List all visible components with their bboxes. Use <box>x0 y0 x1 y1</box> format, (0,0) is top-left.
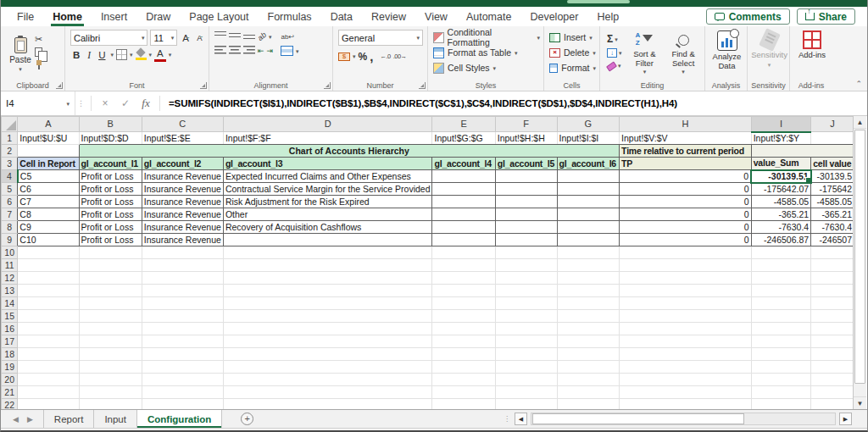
cell-C14[interactable] <box>142 297 223 310</box>
cell-D9[interactable] <box>223 234 432 246</box>
find-select-button[interactable]: Find & Select ▾ <box>665 30 701 80</box>
cell-G19[interactable] <box>557 361 620 374</box>
cell-J9[interactable]: -246507 <box>811 234 854 246</box>
font-dialog-launcher[interactable] <box>200 82 207 89</box>
decrease-decimal-icon[interactable]: .00→ <box>393 53 407 60</box>
cell-G5[interactable] <box>557 183 620 196</box>
name-box[interactable]: I4 ▾ <box>1 91 75 115</box>
cell-J22[interactable] <box>811 399 854 410</box>
font-name-select[interactable]: Calibri ▾ <box>70 30 147 46</box>
select-all-corner[interactable] <box>2 117 18 132</box>
column-header-A[interactable]: A <box>18 117 79 132</box>
cell-D10[interactable] <box>223 246 432 259</box>
cell-D13[interactable] <box>223 285 432 297</box>
cell-D20[interactable] <box>223 374 432 386</box>
cell-B17[interactable] <box>79 335 142 348</box>
cell-G14[interactable] <box>557 297 620 310</box>
cell-D11[interactable] <box>223 259 432 272</box>
cell-J8[interactable]: -7630.4 <box>811 221 854 234</box>
row-header-20[interactable]: 20 <box>2 374 18 386</box>
cell-C13[interactable] <box>142 285 223 297</box>
cell-G1[interactable]: Input!$I:$I <box>557 132 620 145</box>
insert-cells-button[interactable]: Insert ▾ <box>549 30 596 44</box>
cut-icon[interactable]: ✂ <box>35 35 61 44</box>
cell-A8[interactable]: C9 <box>18 221 79 234</box>
cell-F3[interactable]: gl_account_l5 <box>495 158 557 170</box>
cancel-entry-icon[interactable]: × <box>95 97 115 109</box>
horizontal-scrollbar[interactable] <box>531 413 836 425</box>
cell-I4[interactable]: -30139.51 <box>751 170 810 183</box>
cell-D14[interactable] <box>223 297 432 310</box>
alignment-dialog-launcher[interactable] <box>324 82 331 89</box>
cell-A11[interactable] <box>18 259 79 272</box>
cell-H18[interactable] <box>620 348 752 361</box>
cell-H3[interactable]: TP <box>620 158 752 170</box>
cell-B16[interactable] <box>79 323 142 335</box>
cell-H16[interactable] <box>620 323 752 335</box>
cell-E15[interactable] <box>432 310 495 323</box>
cell-I19[interactable] <box>751 361 810 374</box>
share-button[interactable]: Share <box>797 8 855 25</box>
tab-page-layout[interactable]: Page Layout <box>180 7 258 26</box>
tab-formulas[interactable]: Formulas <box>259 7 321 26</box>
cell-G9[interactable] <box>557 234 620 246</box>
paste-button[interactable]: Paste ▾ <box>6 30 35 79</box>
cell-I7[interactable]: -365.21 <box>751 208 810 221</box>
horizontal-scrollbar-thumb[interactable] <box>532 413 744 424</box>
cell-A16[interactable] <box>18 323 79 335</box>
cell-H9[interactable]: 0 <box>620 234 752 246</box>
row-header-6[interactable]: 6 <box>2 196 18 208</box>
tab-developer[interactable]: Developer <box>520 7 587 26</box>
hscroll-left-icon[interactable]: ◀ <box>515 413 527 425</box>
cell-D3[interactable]: gl_account_l3 <box>223 158 432 170</box>
cell-H12[interactable] <box>620 272 752 285</box>
fill-button[interactable]: ↓▾ <box>605 47 624 58</box>
cell-B11[interactable] <box>79 259 142 272</box>
cell-D12[interactable] <box>223 272 432 285</box>
cell-B19[interactable] <box>79 361 142 374</box>
tab-data[interactable]: Data <box>321 7 362 26</box>
cell-F16[interactable] <box>495 323 557 335</box>
cell-A15[interactable] <box>18 310 79 323</box>
cell-styles-button[interactable]: Cell Styles ▾ <box>433 61 540 75</box>
cell-E17[interactable] <box>432 335 495 348</box>
cell-F9[interactable] <box>495 234 557 246</box>
copy-icon[interactable] <box>35 47 42 57</box>
cell-A12[interactable] <box>18 272 79 285</box>
cell-G3[interactable]: gl_account_l6 <box>557 158 620 170</box>
cell-F19[interactable] <box>495 361 557 374</box>
cell-I3[interactable]: value_Sum <box>751 158 810 170</box>
row-header-22[interactable]: 22 <box>2 399 18 410</box>
insert-function-icon[interactable]: fx <box>136 97 156 110</box>
analyze-data-icon[interactable] <box>717 30 737 51</box>
cell-F8[interactable] <box>495 221 557 234</box>
cell-G11[interactable] <box>557 259 620 272</box>
cell-H15[interactable] <box>620 310 752 323</box>
cell-I13[interactable] <box>751 285 810 297</box>
align-right-icon[interactable] <box>243 46 255 56</box>
cell-E11[interactable] <box>432 259 495 272</box>
formula-bar-grip[interactable]: ⋮ <box>75 99 87 108</box>
cell-F14[interactable] <box>495 297 557 310</box>
cell-C16[interactable] <box>142 323 223 335</box>
cell-I11[interactable] <box>751 259 810 272</box>
cell-E4[interactable] <box>432 170 495 183</box>
increase-indent-icon[interactable]: ⇥ <box>267 47 274 55</box>
cell-D15[interactable] <box>223 310 432 323</box>
column-header-E[interactable]: E <box>432 117 495 132</box>
cell-H17[interactable] <box>620 335 752 348</box>
merge-center-icon[interactable] <box>281 46 293 56</box>
column-header-G[interactable]: G <box>557 117 620 132</box>
bold-button[interactable]: B <box>70 49 82 61</box>
cell-G22[interactable] <box>557 399 620 410</box>
column-header-F[interactable]: F <box>495 117 557 132</box>
row-header-12[interactable]: 12 <box>2 272 18 285</box>
sort-filter-button[interactable]: Sort & Filter ▾ <box>627 30 663 80</box>
cell-A9[interactable]: C10 <box>18 234 79 246</box>
column-header-C[interactable]: C <box>142 117 223 132</box>
row-header-9[interactable]: 9 <box>2 234 18 246</box>
cell-I8[interactable]: -7630.4 <box>751 221 810 234</box>
cell-A10[interactable] <box>18 246 79 259</box>
cell-C9[interactable]: Insurance Revenue <box>142 234 223 246</box>
cell-E20[interactable] <box>432 374 495 386</box>
